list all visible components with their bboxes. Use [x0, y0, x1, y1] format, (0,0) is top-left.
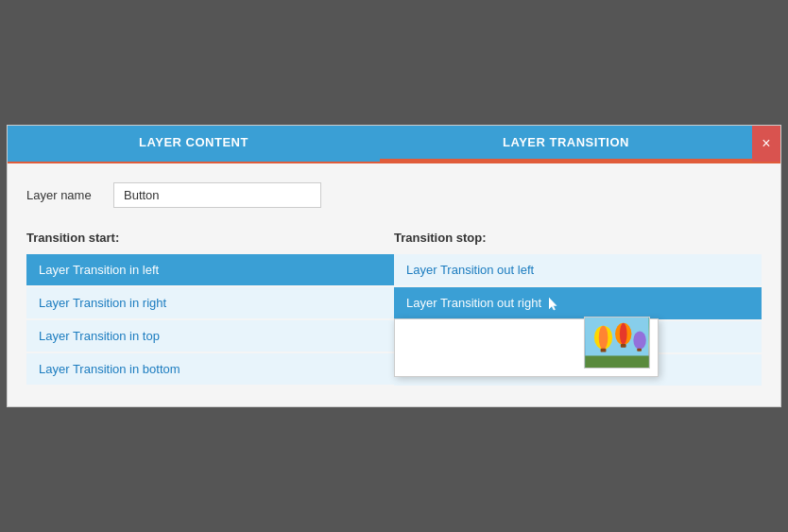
dialog-header: LAYER CONTENT LAYER TRANSITION ×: [8, 126, 780, 163]
tab-layer-transition[interactable]: LAYER TRANSITION: [380, 126, 752, 162]
layer-name-row: Layer name: [26, 182, 762, 208]
svg-rect-5: [601, 349, 607, 352]
dialog: LAYER CONTENT LAYER TRANSITION × Layer n…: [7, 125, 781, 407]
balloon-preview: [584, 317, 650, 369]
layer-name-label: Layer name: [26, 188, 102, 202]
transition-stop-title: Transition stop:: [394, 231, 762, 245]
list-item[interactable]: Layer Transition in bottom: [26, 353, 394, 385]
cursor-icon: [549, 296, 558, 311]
transition-stop-panel: Transition stop: Layer Transition out le…: [394, 231, 762, 387]
list-item[interactable]: Layer Transition in right: [26, 287, 394, 318]
list-item[interactable]: Layer Transition in top: [26, 320, 394, 352]
panels-row: Transition start: Layer Transition in le…: [26, 231, 762, 387]
list-item-label: Layer Transition out right: [406, 296, 541, 310]
svg-rect-2: [585, 356, 648, 369]
svg-rect-8: [621, 344, 626, 348]
list-item[interactable]: Layer Transition out left: [394, 254, 762, 285]
svg-marker-0: [549, 298, 557, 310]
dialog-body: Layer name Transition start: Layer Trans…: [8, 163, 780, 406]
tab-layer-content[interactable]: LAYER CONTENT: [8, 126, 380, 162]
transition-stop-list: Layer Transition out left Layer Transiti…: [394, 254, 762, 386]
svg-rect-10: [637, 349, 642, 352]
transition-dropdown: [394, 318, 659, 377]
list-item[interactable]: Layer Transition out right: [394, 287, 762, 319]
svg-point-9: [633, 332, 645, 350]
layer-name-input[interactable]: [113, 182, 321, 208]
transition-start-title: Transition start:: [26, 231, 394, 245]
svg-point-7: [620, 323, 627, 345]
svg-point-4: [599, 326, 608, 350]
close-button[interactable]: ×: [752, 126, 780, 162]
transition-start-panel: Transition start: Layer Transition in le…: [26, 231, 394, 387]
list-item[interactable]: Layer Transition in left: [26, 254, 394, 285]
